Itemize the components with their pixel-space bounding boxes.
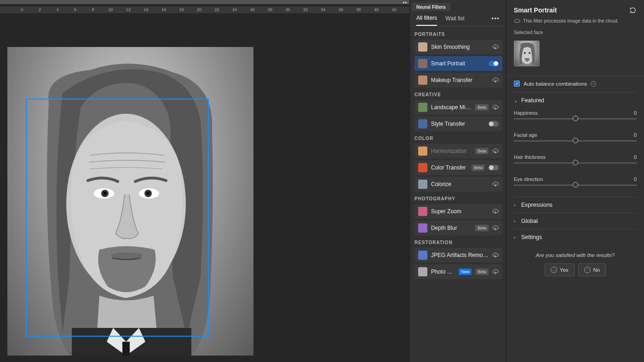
document-image[interactable] xyxy=(7,47,253,356)
section-expressions[interactable]: › Expressions xyxy=(514,197,637,213)
expand-panels-icon[interactable]: ▸▸ xyxy=(403,0,408,5)
category-title: PHOTOGRAPHY xyxy=(414,196,502,201)
section-settings-label: Settings xyxy=(521,234,542,240)
subtab-all-filters[interactable]: All filters xyxy=(416,15,437,26)
satisfaction-prompt: Are you satisfied with the results? ◡ Ye… xyxy=(514,245,637,284)
auto-balance-checkbox[interactable]: ✓ xyxy=(514,81,520,87)
filter-subtabs: All filters Wait list ••• xyxy=(410,11,506,26)
cloud-info-text: This filter processes image data in the … xyxy=(523,18,619,23)
cloud-download-icon[interactable] xyxy=(492,104,499,111)
portrait-illustration xyxy=(7,47,253,356)
section-featured-label: Featured xyxy=(521,97,544,104)
filter-item[interactable]: HarmonizationBeta xyxy=(414,144,502,158)
selected-face-thumbnail[interactable] xyxy=(514,41,540,66)
filter-thumbnail xyxy=(418,180,427,189)
slider-track[interactable] xyxy=(514,163,637,163)
svg-point-6 xyxy=(147,192,150,195)
filter-item[interactable]: Style Transfer xyxy=(414,117,502,131)
satisfaction-text: Are you satisfied with the results? xyxy=(514,252,637,258)
cloud-download-icon[interactable] xyxy=(492,208,499,215)
filter-item[interactable]: Super Zoom xyxy=(414,204,502,219)
cloud-download-icon[interactable] xyxy=(492,44,499,50)
chevron-right-icon: › xyxy=(514,235,518,240)
filter-item[interactable]: Smart Portrait xyxy=(414,56,502,71)
slider-thumb[interactable] xyxy=(573,182,578,187)
slider-track[interactable] xyxy=(514,185,637,186)
cloud-download-icon[interactable] xyxy=(492,148,499,154)
ruler-tick: 36 xyxy=(339,7,343,12)
filter-item[interactable]: Makeup Transfer xyxy=(414,73,502,88)
filter-thumbnail xyxy=(418,119,427,128)
slider-value: 0 xyxy=(634,110,637,116)
filter-item[interactable]: Photo Res...NewBeta xyxy=(414,264,502,279)
auto-balance-row[interactable]: ✓ Auto balance combinations i xyxy=(514,81,637,87)
filter-item[interactable]: Landscape MixerBeta xyxy=(414,100,502,115)
ruler-tick: 26 xyxy=(250,7,254,12)
cloud-download-icon[interactable] xyxy=(492,252,499,258)
filter-label: Depth Blur xyxy=(431,225,472,231)
cloud-download-icon[interactable] xyxy=(492,269,499,275)
filter-thumbnail xyxy=(418,76,427,85)
category-title: PORTRAITS xyxy=(414,32,502,37)
filter-label: Harmonization xyxy=(431,148,472,154)
cloud-icon xyxy=(514,18,520,24)
filter-item[interactable]: Color TransferBeta xyxy=(414,160,502,175)
filter-item[interactable]: Depth BlurBeta xyxy=(414,221,502,235)
subtab-wait-list[interactable]: Wait list xyxy=(445,15,465,25)
svg-point-11 xyxy=(524,52,526,54)
filter-toggle[interactable] xyxy=(489,165,499,170)
no-button[interactable]: ◠ No xyxy=(578,263,606,276)
filter-label: Landscape Mixer xyxy=(431,104,472,111)
slider-value: 0 xyxy=(634,132,637,138)
category-title: COLOR xyxy=(414,136,502,141)
filter-list[interactable]: PORTRAITSSkin SmoothingSmart PortraitMak… xyxy=(410,26,506,362)
section-global[interactable]: › Global xyxy=(514,213,637,229)
more-options-icon[interactable]: ••• xyxy=(491,15,500,26)
cloud-info-row: This filter processes image data in the … xyxy=(514,18,637,24)
tab-neural-filters[interactable]: Neural Filters xyxy=(412,3,450,11)
cloud-download-icon[interactable] xyxy=(492,225,499,231)
slider-track[interactable] xyxy=(514,118,637,119)
new-badge: New xyxy=(459,269,472,275)
section-global-label: Global xyxy=(521,218,538,224)
filter-thumbnail xyxy=(418,42,427,52)
beta-badge: Beta xyxy=(475,104,489,111)
canvas-area[interactable]: ▸▸ 0246810121416182022242628303234363840… xyxy=(0,0,409,362)
filter-toggle[interactable] xyxy=(489,61,499,66)
no-label: No xyxy=(593,267,600,273)
filter-thumbnail xyxy=(418,146,427,156)
cloud-download-icon[interactable] xyxy=(492,77,499,83)
category-title: CREATIVE xyxy=(414,92,502,97)
filter-item[interactable]: Colorize xyxy=(414,177,502,192)
yes-button[interactable]: ◡ Yes xyxy=(545,263,575,276)
reset-icon[interactable] xyxy=(629,6,637,14)
sad-face-icon: ◠ xyxy=(584,267,591,273)
filter-toggle[interactable] xyxy=(489,121,499,127)
slider-value: 0 xyxy=(634,176,637,182)
ruler-tick: 2 xyxy=(39,7,41,12)
filter-title: Smart Portrait xyxy=(514,6,557,14)
section-settings[interactable]: › Settings xyxy=(514,229,637,245)
slider-label: Hair thickness xyxy=(514,154,546,160)
cloud-download-icon[interactable] xyxy=(492,181,499,187)
panel-tab-bar: Neural Filters xyxy=(410,0,506,11)
filter-item[interactable]: JPEG Artifacts Removal xyxy=(414,248,502,263)
filter-thumbnail xyxy=(418,163,427,172)
slider-track[interactable] xyxy=(514,140,637,141)
slider-thumb[interactable] xyxy=(573,138,578,143)
happy-face-icon: ◡ xyxy=(551,267,557,273)
ruler-tick: 40 xyxy=(374,7,379,12)
svg-rect-8 xyxy=(122,342,130,356)
slider-label: Eye direction xyxy=(514,176,543,182)
filter-thumbnail xyxy=(418,267,427,276)
ruler-horizontal: 0246810121416182022242628303234363840424… xyxy=(0,6,409,14)
slider-thumb[interactable] xyxy=(573,116,578,121)
beta-badge: Beta xyxy=(475,269,489,275)
ruler-tick: 6 xyxy=(74,7,76,12)
beta-badge: Beta xyxy=(472,164,485,171)
yes-label: Yes xyxy=(560,267,569,273)
filter-item[interactable]: Skin Smoothing xyxy=(414,40,502,54)
slider-thumb[interactable] xyxy=(573,160,578,165)
info-icon[interactable]: i xyxy=(591,81,596,87)
section-featured[interactable]: ⌄ Featured xyxy=(514,92,637,108)
